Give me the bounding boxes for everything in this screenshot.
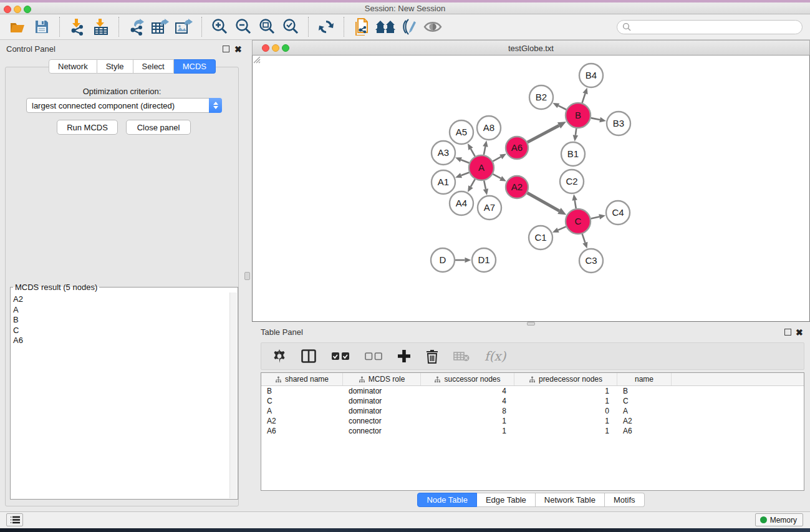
- search-input[interactable]: [631, 21, 802, 34]
- table-cell[interactable]: dominator: [343, 407, 421, 415]
- graph-edge-A-A3[interactable]: [461, 160, 469, 163]
- add-column-button[interactable]: [397, 349, 411, 363]
- close-panel-icon[interactable]: ✖: [234, 44, 242, 54]
- zoom-out-button[interactable]: [233, 17, 253, 37]
- tab-node-table[interactable]: Node Table: [417, 493, 477, 507]
- table-cell[interactable]: C: [261, 397, 343, 405]
- clone-network-button[interactable]: [352, 17, 372, 37]
- graph-edge-A-A5[interactable]: [471, 149, 475, 157]
- open-network-home-button[interactable]: [375, 17, 395, 37]
- deselect-all-columns-button[interactable]: [365, 352, 382, 360]
- graph-edge-A6-B[interactable]: [528, 125, 559, 142]
- network-graph[interactable]: B4B2BB3A5A8A6A3B1AA1C2A2A4A7C4CC1C3DD1: [253, 56, 809, 321]
- close-panel-button[interactable]: Close panel: [126, 120, 191, 135]
- tab-mcds[interactable]: MCDS: [174, 59, 216, 74]
- function-builder-button[interactable]: f(x): [485, 349, 506, 364]
- float-panel-icon[interactable]: [223, 46, 229, 52]
- table-cell[interactable]: dominator: [343, 397, 421, 405]
- show-hide-view-button[interactable]: [423, 17, 443, 37]
- split-columns-button[interactable]: [301, 349, 316, 363]
- criterion-dropdown[interactable]: largest connected component (directed): [26, 98, 222, 113]
- graph-edge-A-A1[interactable]: [461, 172, 470, 175]
- graph-edge-A-A4[interactable]: [471, 179, 475, 186]
- window-resize-grip[interactable]: [253, 56, 261, 64]
- table-settings-button[interactable]: [272, 349, 286, 363]
- network-window-titlebar[interactable]: testGlobe.txt: [252, 40, 810, 56]
- table-cell[interactable]: 1: [514, 427, 617, 435]
- close-table-panel-icon[interactable]: ✖: [796, 327, 803, 337]
- column-header-mcds-role[interactable]: MCDS role: [343, 373, 421, 385]
- graph-edge-B-B4[interactable]: [582, 94, 586, 103]
- table-cell[interactable]: connector: [343, 427, 421, 435]
- table-cell[interactable]: 8: [421, 407, 514, 415]
- select-all-columns-button[interactable]: [331, 352, 350, 360]
- table-cell[interactable]: C: [617, 397, 672, 405]
- column-header-shared-name[interactable]: shared name: [261, 373, 343, 385]
- table-cell[interactable]: 4: [421, 387, 514, 395]
- refresh-button[interactable]: [316, 17, 336, 37]
- table-cell[interactable]: B: [261, 387, 343, 395]
- float-table-panel-icon[interactable]: [784, 329, 791, 336]
- graph-edge-B-B2[interactable]: [558, 105, 566, 109]
- graph-edge-A-A6[interactable]: [493, 157, 501, 161]
- graph-edge-C-C2[interactable]: [575, 200, 576, 208]
- import-network-button[interactable]: [67, 17, 87, 37]
- graph-edge-B-B3[interactable]: [591, 118, 600, 120]
- network-canvas[interactable]: B4B2BB3A5A8A6A3B1AA1C2A2A4A7C4CC1C3DD1: [252, 56, 810, 322]
- delete-columns-button[interactable]: [426, 349, 438, 364]
- table-row[interactable]: Adominator80A: [261, 406, 804, 416]
- table-cell[interactable]: 1: [514, 387, 617, 395]
- table-cell[interactable]: 1: [514, 417, 617, 425]
- result-list-item[interactable]: C: [13, 326, 229, 336]
- tab-select[interactable]: Select: [133, 59, 174, 74]
- column-header-name[interactable]: name: [617, 373, 672, 385]
- memory-button[interactable]: Memory: [755, 513, 803, 526]
- save-session-button[interactable]: [32, 17, 52, 37]
- import-table-button[interactable]: [91, 17, 111, 37]
- table-row[interactable]: A6connector11A6: [261, 426, 804, 436]
- tab-motifs[interactable]: Motifs: [605, 493, 645, 507]
- table-cell[interactable]: A2: [617, 417, 672, 425]
- column-header-predecessor-nodes[interactable]: predecessor nodes: [514, 373, 617, 385]
- graph-edge-C-C3[interactable]: [582, 234, 586, 243]
- graph-edge-A2-C[interactable]: [528, 193, 559, 211]
- table-cell[interactable]: connector: [343, 417, 421, 425]
- run-mcds-button[interactable]: Run MCDS: [57, 120, 118, 135]
- table-row[interactable]: Cdominator41C: [261, 396, 804, 406]
- table-cell[interactable]: A6: [261, 427, 343, 435]
- zoom-fit-button[interactable]: [257, 17, 277, 37]
- table-cell[interactable]: A6: [617, 427, 672, 435]
- graph-edge-C-C4[interactable]: [591, 217, 600, 219]
- table-row[interactable]: Bdominator41B: [261, 386, 804, 396]
- graph-edge-A-A7[interactable]: [484, 181, 486, 190]
- open-session-button[interactable]: [8, 17, 28, 37]
- column-header-successor-nodes[interactable]: successor nodes: [421, 373, 514, 385]
- delete-table-button[interactable]: [453, 351, 470, 362]
- result-list-scrollbar[interactable]: [229, 293, 237, 498]
- export-image-button[interactable]: [174, 17, 194, 37]
- zoom-selected-button[interactable]: [281, 17, 301, 37]
- table-cell[interactable]: dominator: [343, 387, 421, 395]
- table-cell[interactable]: 4: [421, 397, 514, 405]
- table-cell[interactable]: A: [261, 407, 343, 415]
- table-cell[interactable]: 1: [421, 417, 514, 425]
- tab-network[interactable]: Network: [49, 59, 97, 74]
- panel-splitter-grip[interactable]: [244, 272, 250, 280]
- table-cell[interactable]: A: [617, 407, 672, 415]
- task-history-button[interactable]: [6, 513, 23, 526]
- table-cell[interactable]: 1: [421, 427, 514, 435]
- result-list-item[interactable]: A2: [13, 294, 229, 305]
- mcds-result-list[interactable]: A2ABCA6: [11, 293, 229, 498]
- node-table[interactable]: shared nameMCDS rolesuccessor nodesprede…: [261, 372, 804, 491]
- table-cell[interactable]: A2: [261, 417, 343, 425]
- table-cell[interactable]: B: [617, 387, 672, 395]
- graph-edge-A-A2[interactable]: [493, 174, 501, 178]
- tab-style[interactable]: Style: [97, 59, 133, 74]
- export-network-button[interactable]: [127, 17, 147, 37]
- table-row[interactable]: A2connector11A2: [261, 416, 804, 426]
- tab-edge-table[interactable]: Edge Table: [477, 493, 536, 507]
- graph-edge-C-C1[interactable]: [558, 226, 566, 230]
- zoom-in-button[interactable]: [210, 17, 229, 37]
- graph-edge-B-B1[interactable]: [576, 128, 576, 135]
- graph-edge-A-A8[interactable]: [484, 147, 486, 155]
